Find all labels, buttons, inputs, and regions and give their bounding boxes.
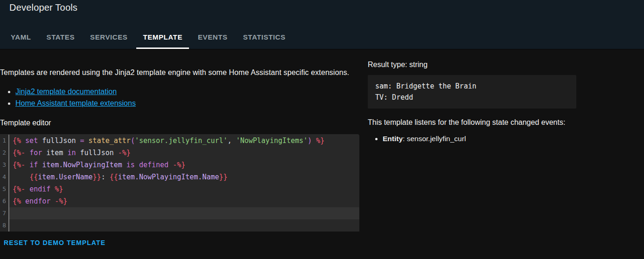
template-dev-tool: Templates are rendered using the Jinja2 … [0, 49, 644, 250]
tab-services[interactable]: SERVICES [84, 27, 134, 49]
listener-list: Entity: sensor.jellyfin_curl [368, 135, 587, 143]
line-number: 7 [0, 207, 9, 219]
code-text: {% set fullJson = state_attr('sensor.jel… [9, 135, 359, 147]
app-header: Developer Tools YAMLSTATESSERVICESTEMPLA… [0, 0, 644, 49]
code-text: {%- endif %} [9, 183, 359, 195]
listener-separator: : [403, 135, 407, 143]
line-number: 2 [0, 147, 9, 159]
rendered-result-output: sam: Bridgette the Brain TV: Dredd [368, 75, 576, 109]
line-number: 6 [0, 195, 9, 207]
intro-text: Templates are rendered using the Jinja2 … [0, 68, 359, 77]
doc-link[interactable]: Home Assistant template extensions [15, 99, 136, 107]
code-text: {%- for item in fullJson -%} [9, 147, 359, 159]
code-line[interactable]: 3{%- if item.NowPlayingItem is defined -… [0, 159, 359, 171]
line-number: 8 [0, 219, 9, 232]
code-line[interactable]: 1{% set fullJson = state_attr('sensor.je… [0, 135, 359, 147]
code-line[interactable]: 5{%- endif %} [0, 183, 359, 195]
listener-entity-label: Entity [383, 135, 403, 143]
line-number: 4 [0, 171, 9, 183]
code-text: {{item.UserName}}: {{item.NowPlayingItem… [9, 171, 359, 183]
tab-yaml[interactable]: YAML [4, 27, 38, 49]
tab-events[interactable]: EVENTS [191, 27, 234, 49]
line-number: 3 [0, 159, 9, 171]
tab-bar: YAMLSTATESSERVICESTEMPLATEEVENTSSTATISTI… [4, 27, 294, 49]
code-text: {%- if item.NowPlayingItem is defined -%… [9, 159, 359, 171]
list-item: Jinja2 template documentation [15, 88, 359, 96]
code-line[interactable]: 8 [0, 219, 359, 232]
line-number: 1 [0, 135, 9, 147]
code-line[interactable]: 2{%- for item in fullJson -%} [0, 147, 359, 159]
code-line[interactable]: 4 {{item.UserName}}: {{item.NowPlayingIt… [0, 171, 359, 183]
template-result-column: Result type: string sam: Bridgette the B… [368, 49, 587, 143]
code-text: {% endfor -%} [9, 195, 359, 207]
code-text [9, 219, 359, 232]
listener-item: Entity: sensor.jellyfin_curl [383, 135, 587, 143]
listener-entity-value: sensor.jellyfin_curl [407, 135, 466, 143]
tab-statistics[interactable]: STATISTICS [237, 27, 292, 49]
template-editor-column: Templates are rendered using the Jinja2 … [0, 49, 359, 250]
listeners-heading: This template listens for the following … [368, 118, 587, 127]
page-title: Developer Tools [9, 2, 77, 13]
code-line[interactable]: 6{% endfor -%} [0, 195, 359, 207]
doc-link[interactable]: Jinja2 template documentation [15, 88, 117, 95]
tab-states[interactable]: STATES [40, 27, 82, 49]
template-editor-label: Template editor [0, 119, 359, 127]
template-code-editor[interactable]: 1{% set fullJson = state_attr('sensor.je… [0, 134, 359, 232]
documentation-links: Jinja2 template documentationHome Assist… [0, 88, 359, 108]
code-text [9, 207, 359, 219]
list-item: Home Assistant template extensions [15, 99, 359, 108]
code-line[interactable]: 7 [0, 207, 359, 219]
result-type-label: Result type: string [368, 61, 587, 69]
line-number: 5 [0, 183, 9, 195]
reset-to-demo-template-button[interactable]: RESET TO DEMO TEMPLATE [0, 235, 109, 250]
tab-template[interactable]: TEMPLATE [136, 27, 189, 49]
